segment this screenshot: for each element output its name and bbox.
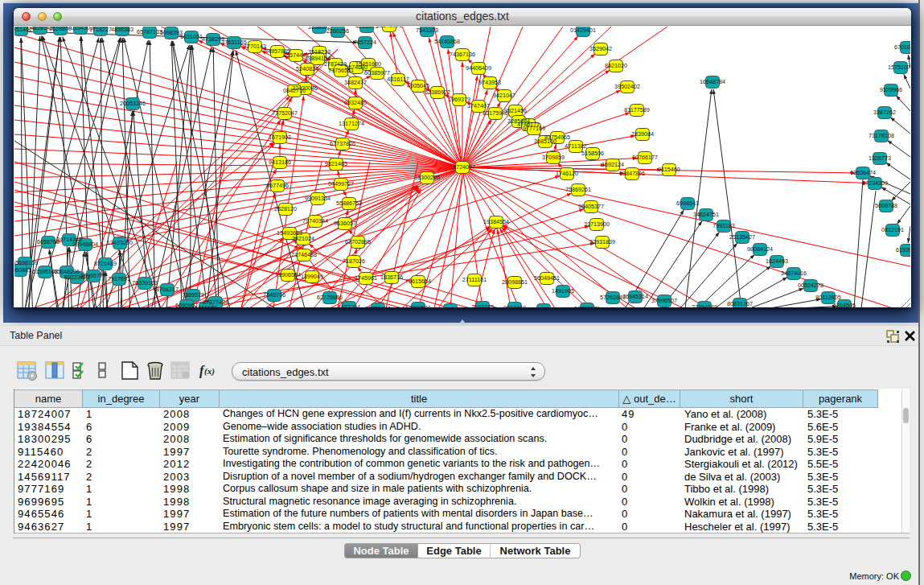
svg-text:6998543: 6998543	[676, 200, 699, 207]
svg-text:28098851: 28098851	[502, 278, 528, 286]
svg-text:81223623: 81223623	[64, 274, 90, 281]
svg-text:0932480: 0932480	[344, 99, 367, 106]
svg-text:60385977: 60385977	[364, 69, 390, 76]
svg-text:71746488: 71746488	[291, 251, 317, 258]
svg-text:79740344: 79740344	[302, 217, 328, 225]
svg-text:1326773: 1326773	[869, 154, 891, 162]
svg-text:15451680: 15451680	[355, 60, 381, 68]
svg-text:96405377: 96405377	[578, 203, 604, 210]
svg-text:27354549: 27354549	[692, 303, 717, 307]
svg-text:31713900: 31713900	[584, 220, 610, 228]
svg-text:27111161: 27111161	[462, 276, 487, 283]
svg-text:9636057: 9636057	[334, 220, 356, 227]
svg-text:13171274: 13171274	[339, 120, 364, 127]
svg-text:3529042: 3529042	[589, 45, 612, 52]
svg-text:80112805: 80112805	[815, 294, 840, 301]
svg-text:15751074: 15751074	[888, 64, 910, 71]
svg-text:81177589: 81177589	[624, 106, 649, 113]
svg-text:17080531: 17080531	[405, 304, 431, 307]
svg-text:51850671: 51850671	[574, 305, 600, 307]
svg-text:1627204: 1627204	[338, 303, 360, 307]
svg-text:5098393: 5098393	[160, 29, 183, 36]
svg-text:5158506: 5158506	[581, 150, 604, 157]
svg-text:62729806: 62729806	[317, 294, 343, 301]
svg-text:9421047: 9421047	[493, 92, 515, 99]
svg-text:7193745: 7193745	[471, 303, 494, 307]
svg-text:87234309: 87234309	[862, 179, 888, 187]
svg-text:37631165: 37631165	[221, 39, 246, 46]
svg-text:1491905: 1491905	[552, 287, 574, 295]
svg-text:53755646: 53755646	[365, 305, 391, 307]
svg-text:1592124: 1592124	[602, 161, 624, 168]
svg-text:0330923: 0330923	[439, 306, 462, 307]
svg-text:9413186: 9413186	[269, 159, 291, 166]
svg-text:94406409: 94406409	[466, 64, 491, 72]
svg-text:62702895: 62702895	[345, 238, 371, 245]
svg-text:32931839: 32931839	[589, 238, 615, 245]
svg-text:76320163: 76320163	[132, 279, 158, 286]
svg-text:1746120: 1746120	[556, 170, 578, 177]
svg-text:5466889: 5466889	[195, 304, 217, 307]
svg-text:5240824: 5240824	[296, 65, 318, 72]
svg-text:62386922: 62386922	[425, 89, 450, 96]
svg-text:02606474: 02606474	[850, 169, 876, 176]
svg-text:3482477: 3482477	[344, 79, 367, 86]
svg-text:8721489: 8721489	[94, 260, 117, 267]
svg-text:20053346: 20053346	[120, 100, 146, 107]
svg-text:4711382: 4711382	[565, 142, 586, 150]
svg-text:6658760: 6658760	[37, 238, 60, 245]
svg-text:4966319: 4966319	[532, 306, 555, 307]
svg-text:5009788: 5009788	[875, 202, 897, 209]
svg-text:65787133: 65787133	[137, 28, 162, 35]
svg-text:7346706: 7346706	[263, 291, 285, 299]
svg-text:76615654: 76615654	[405, 278, 431, 285]
svg-text:1836736: 1836736	[380, 274, 403, 281]
svg-text:9912419: 9912419	[503, 304, 526, 307]
svg-text:1718227: 1718227	[89, 27, 112, 33]
svg-text:56049451: 56049451	[534, 274, 560, 282]
svg-text:4896383: 4896383	[111, 27, 133, 33]
svg-text:54145868: 54145868	[434, 38, 460, 45]
svg-text:69847896: 69847896	[619, 170, 645, 177]
svg-text:7991183: 7991183	[713, 222, 734, 229]
svg-text:9777169: 9777169	[523, 125, 545, 132]
svg-text:71906594: 71906594	[275, 271, 301, 278]
svg-text:77752047: 77752047	[272, 109, 298, 117]
svg-text:55698169: 55698169	[14, 259, 38, 266]
svg-text:6204505: 6204505	[833, 302, 856, 307]
svg-text:9821465: 9821465	[325, 160, 347, 167]
svg-text:7543303: 7543303	[416, 27, 438, 34]
svg-text:1671902: 1671902	[269, 134, 291, 141]
svg-text:25135427: 25135427	[729, 233, 755, 241]
svg-text:34714345: 34714345	[56, 236, 82, 243]
svg-text:1745961: 1745961	[355, 274, 377, 282]
svg-text:16648784: 16648784	[700, 78, 725, 85]
svg-text:86578091: 86578091	[376, 27, 402, 29]
svg-text:2421024: 2421024	[292, 235, 314, 242]
svg-text:74367136: 74367136	[450, 51, 475, 58]
svg-text:80831367: 80831367	[727, 300, 753, 307]
svg-text:73178108: 73178108	[869, 132, 894, 139]
svg-text:(x): (x)	[204, 366, 215, 377]
svg-text:3747407: 3747407	[467, 102, 490, 109]
svg-text:9115460: 9115460	[658, 166, 680, 173]
svg-text:18300295: 18300295	[414, 174, 440, 181]
svg-text:39502402: 39502402	[614, 83, 640, 90]
svg-text:04499727: 04499727	[328, 180, 354, 187]
svg-text:9521456: 9521456	[504, 107, 527, 114]
svg-text:98084124: 98084124	[747, 245, 773, 253]
svg-text:13433200: 13433200	[107, 239, 133, 246]
svg-text:7187026: 7187026	[343, 257, 365, 265]
svg-text:99091334: 99091334	[305, 195, 331, 202]
svg-text:18724007: 18724007	[450, 163, 475, 171]
svg-text:75869261: 75869261	[565, 186, 591, 193]
svg-text:8708317: 8708317	[156, 286, 179, 293]
svg-text:0842710: 0842710	[283, 87, 306, 94]
svg-text:55886753: 55886753	[336, 200, 362, 207]
svg-text:00524278: 00524278	[798, 282, 823, 289]
svg-text:3709859: 3709859	[542, 154, 565, 161]
svg-text:9743953: 9743953	[478, 79, 501, 86]
svg-text:01429401: 01429401	[570, 27, 596, 34]
svg-text:4216073: 4216073	[355, 27, 378, 30]
svg-text:4060883: 4060883	[14, 266, 31, 274]
